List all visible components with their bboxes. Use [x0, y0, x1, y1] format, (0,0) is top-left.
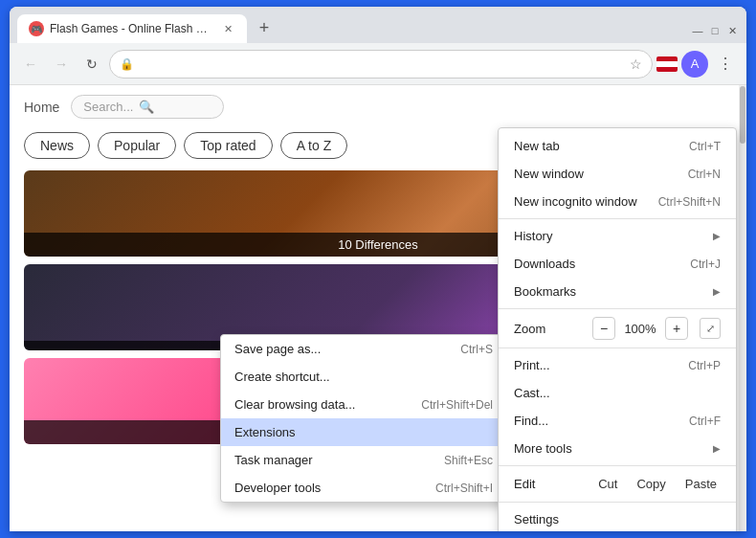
active-tab[interactable]: Flash Games - Online Flash Gam ✕	[17, 14, 247, 43]
pill-news[interactable]: News	[24, 132, 90, 159]
ctx-clear-browsing-label: Clear browsing data...	[234, 397, 355, 412]
cm-downloads-label: Downloads	[514, 257, 575, 271]
ctx-save-page-label: Save page as...	[234, 342, 321, 356]
tab-close-button[interactable]: ✕	[220, 21, 235, 36]
paste-button[interactable]: Paste	[681, 475, 721, 493]
ctx-clear-browsing-shortcut: Ctrl+Shift+Del	[421, 398, 493, 412]
zoom-fullscreen-button[interactable]: ⤢	[700, 318, 721, 339]
cm-print[interactable]: Print... Ctrl+P	[499, 351, 736, 379]
ctx-clear-browsing[interactable]: Clear browsing data... Ctrl+Shift+Del	[221, 391, 506, 418]
ctx-create-shortcut[interactable]: Create shortcut...	[221, 363, 506, 391]
cm-cast[interactable]: Cast...	[499, 379, 736, 407]
title-bar: Flash Games - Online Flash Gam ✕ + — □ ✕	[10, 7, 746, 43]
search-icon: 🔍	[139, 100, 154, 114]
window-controls: — □ ✕	[691, 24, 739, 37]
cm-new-tab[interactable]: New tab Ctrl+T	[499, 132, 736, 160]
search-placeholder: Search...	[83, 100, 133, 114]
pill-a-to-z[interactable]: A to Z	[280, 132, 348, 159]
new-tab-button[interactable]: +	[251, 14, 278, 41]
ctx-developer-tools[interactable]: Developer tools Ctrl+Shift+I	[221, 474, 506, 502]
ctx-task-manager-label: Task manager	[234, 453, 313, 467]
cm-new-window[interactable]: New window Ctrl+N	[499, 160, 736, 188]
cut-button[interactable]: Cut	[594, 475, 621, 493]
ctx-developer-tools-label: Developer tools	[234, 481, 321, 495]
chrome-menu-button[interactable]: ⋮	[712, 51, 739, 78]
ctx-extensions-label: Extensions	[234, 425, 296, 439]
cm-edit-label: Edit	[514, 477, 594, 491]
ctx-save-page-shortcut: Ctrl+S	[460, 343, 493, 356]
close-button[interactable]: ✕	[725, 24, 739, 37]
zoom-value: 100%	[623, 322, 657, 336]
cm-zoom-label: Zoom	[514, 322, 592, 336]
zoom-minus-button[interactable]: −	[592, 317, 615, 340]
back-button[interactable]: ←	[17, 51, 44, 78]
tab-favicon	[29, 21, 44, 36]
cm-bookmarks[interactable]: Bookmarks	[499, 278, 736, 305]
profile-area: A ⋮	[656, 51, 739, 78]
cm-divider-4	[499, 465, 736, 466]
pill-top-rated[interactable]: Top rated	[184, 132, 272, 159]
ctx-save-page[interactable]: Save page as... Ctrl+S	[221, 335, 506, 363]
cm-incognito-label: New incognito window	[514, 194, 637, 209]
bookmark-star-icon[interactable]: ☆	[630, 56, 642, 72]
maximize-button[interactable]: □	[708, 24, 722, 37]
profile-button[interactable]: A	[681, 51, 708, 78]
url-bar[interactable]: 🔒 ☆	[109, 50, 653, 78]
cm-find-label: Find...	[514, 414, 548, 428]
cm-incognito-shortcut: Ctrl+Shift+N	[658, 195, 721, 209]
cm-divider-3	[499, 347, 736, 348]
cm-divider-2	[499, 308, 736, 309]
cm-edit-row: Edit Cut Copy Paste	[499, 469, 736, 499]
lock-icon: 🔒	[120, 57, 134, 71]
cm-settings[interactable]: Settings	[499, 505, 736, 531]
cm-zoom-row: Zoom − 100% + ⤢	[499, 312, 736, 345]
scrollbar-thumb	[740, 86, 745, 144]
cm-incognito[interactable]: New incognito window Ctrl+Shift+N	[499, 188, 736, 215]
chrome-menu: New tab Ctrl+T New window Ctrl+N New inc…	[498, 127, 737, 531]
cm-history-label: History	[514, 229, 552, 243]
cm-new-tab-label: New tab	[514, 139, 560, 153]
pill-popular[interactable]: Popular	[98, 132, 176, 159]
cm-more-tools[interactable]: More tools	[499, 435, 736, 462]
cm-more-tools-label: More tools	[514, 441, 572, 456]
cm-new-tab-shortcut: Ctrl+T	[689, 140, 721, 153]
site-header: Home Search... 🔍	[24, 95, 732, 119]
cm-find[interactable]: Find... Ctrl+F	[499, 407, 736, 435]
forward-button[interactable]: →	[48, 51, 75, 78]
ctx-task-manager-shortcut: Shift+Esc	[444, 454, 493, 467]
cm-history[interactable]: History	[499, 222, 736, 250]
context-menu: Save page as... Ctrl+S Create shortcut..…	[220, 334, 507, 503]
cm-new-window-shortcut: Ctrl+N	[688, 168, 721, 181]
cm-print-shortcut: Ctrl+P	[688, 359, 721, 372]
search-box[interactable]: Search... 🔍	[71, 95, 224, 119]
reload-button[interactable]: ↻	[78, 51, 105, 78]
ctx-create-shortcut-label: Create shortcut...	[234, 370, 330, 384]
cm-divider-1	[499, 218, 736, 219]
tab-title: Flash Games - Online Flash Gam	[50, 22, 214, 35]
cm-find-shortcut: Ctrl+F	[689, 415, 721, 428]
cm-cast-label: Cast...	[514, 386, 550, 400]
cm-bookmarks-label: Bookmarks	[514, 284, 576, 299]
cm-new-window-label: New window	[514, 167, 584, 181]
address-bar: ← → ↻ 🔒 ☆ A ⋮	[10, 43, 746, 85]
cm-divider-5	[499, 502, 736, 503]
flag-icon	[656, 56, 678, 72]
copy-button[interactable]: Copy	[633, 475, 669, 493]
edit-actions: Cut Copy Paste	[594, 475, 721, 493]
browser-window: Flash Games - Online Flash Gam ✕ + — □ ✕…	[10, 7, 746, 531]
zoom-plus-button[interactable]: +	[665, 317, 688, 340]
cm-downloads-shortcut: Ctrl+J	[690, 258, 721, 271]
zoom-controls: − 100% + ⤢	[592, 317, 721, 340]
scrollbar[interactable]	[739, 85, 746, 531]
cm-settings-label: Settings	[514, 512, 559, 527]
home-link[interactable]: Home	[24, 100, 59, 115]
page-content: Home Search... 🔍 News Popular Top rated …	[10, 85, 746, 531]
tab-strip: Flash Games - Online Flash Gam ✕ +	[17, 14, 683, 43]
minimize-button[interactable]: —	[691, 24, 704, 37]
ctx-task-manager[interactable]: Task manager Shift+Esc	[221, 446, 506, 474]
ctx-extensions[interactable]: Extensions	[221, 418, 506, 446]
cm-downloads[interactable]: Downloads Ctrl+J	[499, 250, 736, 278]
cm-print-label: Print...	[514, 358, 550, 372]
ctx-developer-tools-shortcut: Ctrl+Shift+I	[435, 482, 493, 495]
